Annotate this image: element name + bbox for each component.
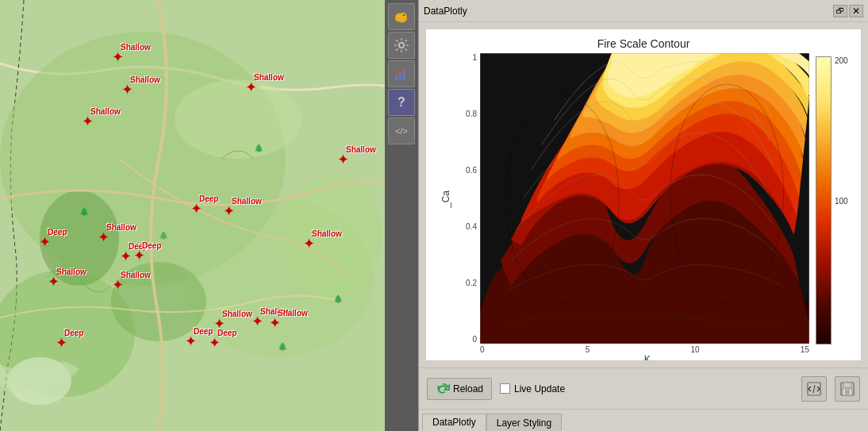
save-button[interactable] bbox=[835, 376, 860, 402]
live-update-label: Live Update bbox=[514, 383, 565, 394]
tab-layer-styling[interactable]: Layer Styling bbox=[486, 414, 562, 431]
marker-label: Shallow bbox=[106, 223, 136, 232]
marker-label: Deep bbox=[199, 194, 218, 203]
svg-rect-17 bbox=[395, 75, 398, 80]
marker-label: Shallow bbox=[130, 75, 160, 84]
svg-text:🌲: 🌲 bbox=[79, 206, 90, 217]
map-panel: 🌲 🌲 🌲 🌲 🌲 ✦Shallow✦Shallow✦Shallow✦Shall… bbox=[0, 0, 385, 431]
sidebar-btn-chart[interactable] bbox=[388, 60, 415, 87]
chart-title: Fire Scale Contour bbox=[426, 29, 861, 53]
marker-label: Shallow bbox=[346, 145, 376, 154]
window-controls: 🗗 ✕ bbox=[833, 5, 863, 17]
marker-label: Deep bbox=[64, 329, 83, 337]
svg-text:🌲: 🌲 bbox=[254, 143, 264, 153]
y-axis-label: _Ca bbox=[440, 190, 451, 207]
svg-rect-30 bbox=[845, 390, 850, 394]
marker-label: Shallow bbox=[121, 43, 151, 52]
reload-label: Reload bbox=[453, 383, 483, 394]
svg-text:🌲: 🌲 bbox=[159, 230, 169, 241]
chart-container: Fire Scale Contour _Ca 1 0.8 0.6 bbox=[426, 29, 861, 360]
dataplotly-panel: DataPlotly 🗗 ✕ Fire Scale Contour _Ca bbox=[418, 0, 868, 431]
reload-button[interactable]: Reload bbox=[427, 378, 492, 400]
marker-label: Deep bbox=[142, 241, 161, 250]
y-ticks: 1 0.8 0.6 0.4 0.2 0 bbox=[458, 53, 480, 344]
x-axis-label: _K bbox=[458, 354, 809, 361]
marker-label: Shallow bbox=[56, 267, 86, 276]
svg-rect-18 bbox=[399, 72, 401, 80]
marker-label: Shallow bbox=[90, 107, 121, 116]
titlebar: DataPlotly 🗗 ✕ bbox=[419, 0, 868, 22]
close-button[interactable]: ✕ bbox=[849, 5, 863, 17]
svg-point-5 bbox=[286, 175, 381, 302]
svg-rect-28 bbox=[843, 383, 851, 387]
marker-label: Shallow bbox=[278, 309, 308, 317]
live-update-group: Live Update bbox=[500, 383, 565, 394]
x-ticks: 0 5 10 15 bbox=[458, 344, 809, 354]
panel-title: DataPlotly bbox=[424, 6, 467, 17]
export-code-button[interactable] bbox=[801, 376, 827, 402]
sidebar-btn-duck[interactable] bbox=[388, 3, 415, 30]
svg-point-14 bbox=[403, 14, 405, 16]
sidebar-btn-help[interactable]: ? bbox=[388, 89, 415, 116]
svg-text:🌲: 🌲 bbox=[278, 341, 288, 352]
tab-dataplotly[interactable]: DataPlotly bbox=[422, 414, 486, 431]
tab-bar: DataPlotly Layer Styling bbox=[419, 409, 868, 431]
marker-label: Shallow bbox=[121, 271, 151, 279]
marker-label: Deep bbox=[217, 329, 236, 337]
marker-label: Shallow bbox=[222, 310, 252, 318]
sidebar-btn-code[interactable]: </> bbox=[388, 117, 415, 144]
sidebar: ? </> bbox=[385, 0, 418, 431]
marker-label: Deep bbox=[48, 228, 67, 237]
live-update-checkbox[interactable] bbox=[500, 383, 510, 394]
sidebar-btn-settings[interactable] bbox=[388, 32, 415, 59]
marker-label: Shallow bbox=[254, 73, 284, 82]
bottom-bar: Reload Live Update bbox=[419, 368, 868, 409]
svg-text:🌲: 🌲 bbox=[333, 294, 344, 304]
marker-label: Shallow bbox=[232, 197, 262, 206]
plot-area: Fire Scale Contour _Ca 1 0.8 0.6 bbox=[425, 29, 862, 361]
svg-point-4 bbox=[175, 79, 301, 159]
restore-button[interactable]: 🗗 bbox=[833, 5, 847, 17]
marker-label: Shallow bbox=[312, 229, 342, 238]
